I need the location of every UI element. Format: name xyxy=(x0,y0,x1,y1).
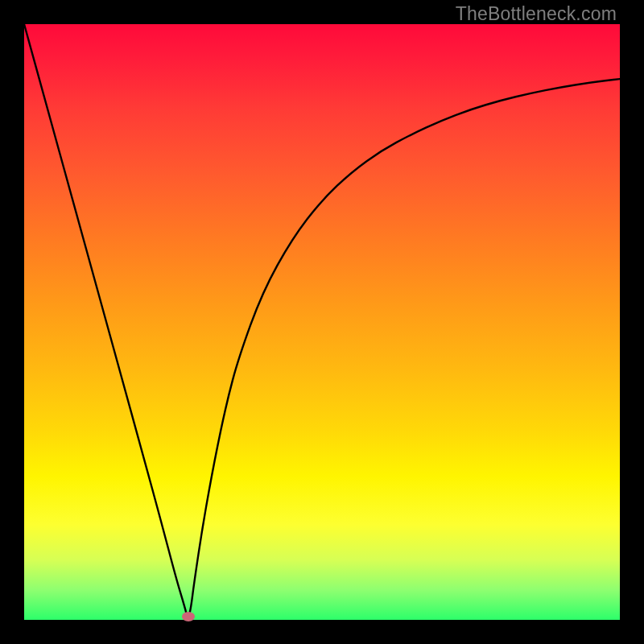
curve-layer xyxy=(24,24,620,620)
chart-frame: TheBottleneck.com xyxy=(0,0,644,644)
plot-area xyxy=(24,24,620,620)
bottleneck-curve xyxy=(24,24,620,617)
minimum-marker xyxy=(182,612,195,621)
watermark-text: TheBottleneck.com xyxy=(456,3,617,25)
